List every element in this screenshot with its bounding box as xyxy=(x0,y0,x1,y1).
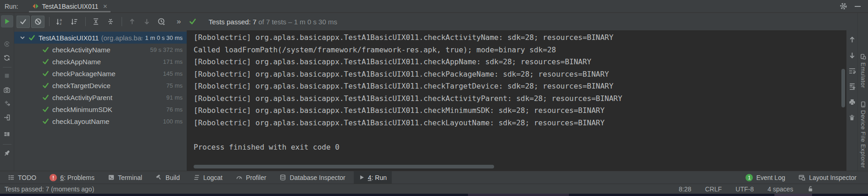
cursor-position-widget[interactable]: 8:28 xyxy=(679,185,691,193)
test-passed-icon xyxy=(28,34,35,41)
hide-tool-window-icon[interactable] xyxy=(855,6,861,7)
console-line xyxy=(187,129,846,141)
tree-row-test[interactable]: checkLayoutName 100 ms xyxy=(14,115,187,127)
console-actions-column xyxy=(846,30,857,171)
tests-passed-details: of 7 tests – 1 m 0 s 30 ms xyxy=(256,18,337,26)
test-tree-panel: TestA1BasicUIX011 (org.aplas.basi 1 m 0 … xyxy=(14,30,187,171)
horizontal-scrollbar[interactable] xyxy=(194,165,494,168)
event-log-count-badge: 1 xyxy=(746,174,753,181)
todo-tool-button[interactable]: TODO xyxy=(3,171,41,184)
console-line: [Robolectric] org.aplas.basicappx.TestA1… xyxy=(187,32,846,44)
status-message: Tests passed: 7 (moments ago) xyxy=(5,185,94,193)
build-tool-button[interactable]: Build xyxy=(150,171,185,184)
test-passed-icon xyxy=(42,94,49,101)
layout-inspector-label: Layout Inspector xyxy=(809,174,857,181)
console-line: [Robolectric] org.aplas.basicappx.TestA1… xyxy=(187,56,846,68)
sort-by-duration-button[interactable] xyxy=(67,16,81,28)
collapse-all-button[interactable] xyxy=(104,16,117,28)
test-duration: 171 ms xyxy=(160,58,183,65)
indent-widget[interactable]: 4 spaces xyxy=(768,185,793,193)
test-history-icon[interactable] xyxy=(155,16,168,28)
console-line: Called loadFromPath(/system/framework/fr… xyxy=(187,44,846,56)
tree-row-suite[interactable]: TestA1BasicUIX011 (org.aplas.basi 1 m 0 … xyxy=(14,32,187,44)
test-passed-icon xyxy=(42,70,49,77)
up-the-stack-trace-icon[interactable] xyxy=(848,36,856,44)
chevron-down-icon[interactable] xyxy=(19,34,26,41)
problems-tool-button[interactable]: ! 6: Problems xyxy=(45,171,100,184)
emulator-tool-button[interactable]: Emulator xyxy=(858,53,868,88)
tree-row-test[interactable]: checkActivityParent 91 ms xyxy=(14,91,187,103)
test-passed-icon xyxy=(42,58,49,65)
test-name: checkActivityParent xyxy=(52,94,112,101)
status-bar: Tests passed: 7 (moments ago) 8:28 CRLF … xyxy=(0,184,868,194)
previous-failed-test-button xyxy=(125,16,139,28)
expand-all-button[interactable] xyxy=(89,16,102,28)
import-tests-icon[interactable] xyxy=(3,114,11,121)
line-separator-widget[interactable]: CRLF xyxy=(705,185,722,193)
show-passed-toggle[interactable] xyxy=(17,16,30,28)
emulator-label: Emulator xyxy=(860,62,867,88)
suite-package: (org.aplas.basi xyxy=(101,34,142,42)
sort-alphabetically-button[interactable]: az xyxy=(53,16,66,28)
terminal-label: Terminal xyxy=(118,174,142,181)
test-duration: 100 ms xyxy=(160,118,183,125)
emulator-icon xyxy=(860,53,867,60)
show-ignored-toggle[interactable] xyxy=(31,16,45,28)
rerun-tests-button[interactable] xyxy=(1,15,13,28)
scroll-to-end-icon[interactable] xyxy=(848,83,856,90)
test-name: checkLayoutName xyxy=(52,118,109,125)
terminal-tool-button[interactable]: Terminal xyxy=(103,171,147,184)
test-duration: 59 s 372 ms xyxy=(147,46,183,53)
run-configuration-tab[interactable]: TestA1BasicUIX011 ✕ xyxy=(28,0,112,12)
tree-row-test[interactable]: checkTargetDevice 75 ms xyxy=(14,79,187,91)
test-duration: 91 ms xyxy=(164,94,183,101)
profiler-tool-button[interactable]: Profiler xyxy=(231,171,271,184)
taskbar-active-app-segment xyxy=(468,194,569,196)
device-file-explorer-tool-button[interactable]: Device File Explorer xyxy=(858,101,868,168)
todo-label: TODO xyxy=(18,174,36,181)
left-toolbar-stripe xyxy=(0,13,14,171)
logcat-tool-button[interactable]: Logcat xyxy=(188,171,228,184)
build-hammer-icon xyxy=(156,174,162,181)
soft-wrap-icon[interactable] xyxy=(848,67,856,75)
pin-tab-icon[interactable] xyxy=(3,150,11,157)
test-passed-icon xyxy=(42,46,49,53)
tab-label: TestA1BasicUIX011 xyxy=(42,3,99,10)
console-line: Process finished with exit code 0 xyxy=(187,141,846,154)
tree-row-test[interactable]: checkPackageName 145 ms xyxy=(14,67,187,79)
dashboard-layout-icon[interactable] xyxy=(3,130,11,138)
build-label: Build xyxy=(166,174,180,181)
clear-console-trash-icon[interactable] xyxy=(848,114,856,121)
tree-row-test[interactable]: checkActivityName 59 s 372 ms xyxy=(14,44,187,56)
down-the-stack-trace-icon[interactable] xyxy=(848,51,856,59)
rerun-failed-tests-icon[interactable] xyxy=(3,40,11,48)
test-runner-toolbar: az » Tests passed: 7 of 7 tests – 1 m xyxy=(14,13,857,30)
unlock-icon[interactable] xyxy=(807,185,814,192)
database-inspector-tool-button[interactable]: Database Inspector xyxy=(274,171,350,184)
run-tool-button-active[interactable]: 4: Run xyxy=(354,171,392,184)
screenshot-camera-icon[interactable] xyxy=(3,86,11,94)
event-log-label: Event Log xyxy=(756,174,785,181)
run-play-icon xyxy=(359,174,365,180)
test-passed-icon xyxy=(42,106,49,113)
print-icon[interactable] xyxy=(848,98,856,106)
toggle-auto-test-icon[interactable] xyxy=(3,54,11,62)
vertical-scrollbar[interactable] xyxy=(841,69,845,107)
encoding-widget[interactable]: UTF-8 xyxy=(735,185,754,193)
device-file-explorer-label: Device File Explorer xyxy=(860,110,867,168)
console-output: [Robolectric] org.aplas.basicappx.TestA1… xyxy=(187,30,846,171)
test-passed-icon xyxy=(42,82,49,89)
close-tab-icon[interactable]: ✕ xyxy=(103,3,107,10)
gear-icon[interactable] xyxy=(840,2,847,10)
layout-inspector-button[interactable]: Layout Inspector xyxy=(793,174,862,181)
tree-row-test[interactable]: checkMinimumSDK 76 ms xyxy=(14,103,187,115)
console-line: [Robolectric] org.aplas.basicappx.TestA1… xyxy=(187,80,846,93)
stop-icon xyxy=(4,73,10,79)
run-tool-window: Run: TestA1BasicUIX011 ✕ xyxy=(0,0,868,196)
taskbar-sliver xyxy=(0,194,868,196)
run-label: 4: Run xyxy=(368,174,387,181)
tree-row-test[interactable]: checkAppName 171 ms xyxy=(14,56,187,67)
toolbar-overflow-icon[interactable]: » xyxy=(177,17,181,26)
logcat-icon xyxy=(193,174,200,181)
event-log-button[interactable]: 1 Event Log xyxy=(740,174,790,181)
